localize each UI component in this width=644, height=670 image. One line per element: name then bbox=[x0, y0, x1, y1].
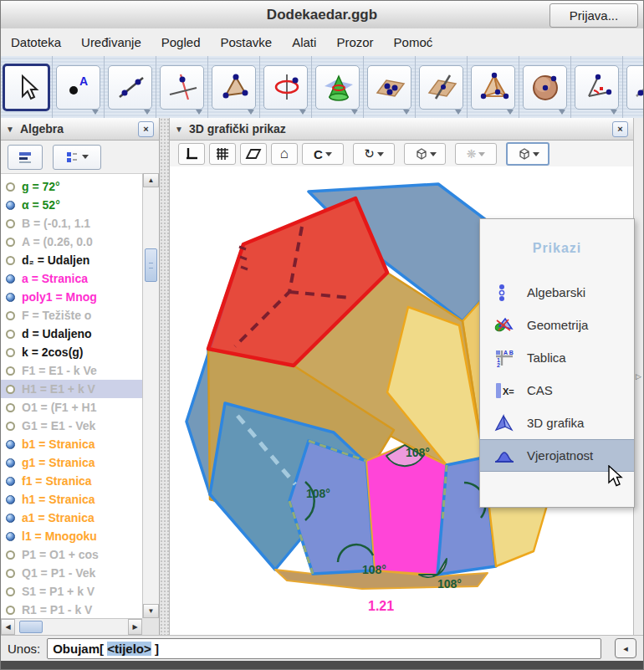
more-tool-button[interactable] bbox=[623, 56, 643, 118]
object-visibility-toggle[interactable] bbox=[6, 550, 15, 560]
title-bar[interactable]: Dodekaedar.ggb − + × bbox=[1, 1, 643, 29]
chevron-down-icon[interactable] bbox=[455, 110, 462, 115]
chevron-down-icon[interactable] bbox=[299, 110, 306, 115]
algebra-row[interactable]: f1 = Stranica bbox=[1, 472, 142, 490]
algebra-row[interactable]: O1 = (F1 + H1 bbox=[1, 398, 142, 417]
algebra-row[interactable]: H1 = E1 + k V bbox=[1, 380, 142, 398]
object-visibility-toggle[interactable] bbox=[6, 201, 15, 210]
intersect-surfaces-tool-button[interactable] bbox=[312, 56, 364, 118]
algebra-row[interactable]: a = Stranica bbox=[1, 269, 142, 288]
menu-item[interactable]: Prozor bbox=[336, 35, 373, 49]
view-menu-item-3d[interactable]: 3D grafika bbox=[480, 407, 634, 439]
sort-objects-dropdown[interactable] bbox=[53, 145, 101, 170]
object-visibility-toggle[interactable] bbox=[6, 569, 15, 578]
clipping-box-dropdown[interactable] bbox=[506, 142, 549, 166]
algebra-row[interactable]: d₂ = Udaljen bbox=[1, 251, 142, 269]
scroll-right-icon[interactable]: ▶ bbox=[128, 619, 142, 635]
algebra-row[interactable]: b1 = Stranica bbox=[1, 435, 142, 453]
algebra-row[interactable]: g = 72° bbox=[1, 177, 142, 196]
view-direction-dropdown[interactable] bbox=[404, 143, 446, 165]
object-visibility-toggle[interactable] bbox=[6, 514, 15, 523]
close-panel-icon[interactable]: × bbox=[138, 121, 154, 137]
show-plane-button[interactable] bbox=[240, 143, 267, 165]
object-visibility-toggle[interactable] bbox=[6, 458, 15, 468]
chevron-down-icon[interactable] bbox=[196, 110, 202, 115]
object-visibility-toggle[interactable] bbox=[6, 422, 15, 431]
object-visibility-toggle[interactable] bbox=[6, 403, 15, 412]
command-input[interactable]: Obujam[ <tijelo> ] bbox=[47, 638, 601, 659]
face-cornflower-left[interactable] bbox=[289, 441, 375, 574]
scroll-left-icon[interactable]: ◀ bbox=[1, 619, 15, 635]
object-visibility-toggle[interactable] bbox=[6, 532, 15, 541]
show-axes-button[interactable] bbox=[178, 143, 205, 165]
object-visibility-toggle[interactable] bbox=[6, 385, 15, 394]
show-grid-button[interactable] bbox=[209, 143, 236, 165]
collapse-arrow-icon[interactable]: ▼ bbox=[175, 125, 183, 134]
view-menu-item-algebra[interactable]: Algebarski bbox=[480, 276, 634, 309]
scroll-down-icon[interactable]: ▼ bbox=[143, 604, 159, 618]
angle-tool-button[interactable] bbox=[571, 56, 623, 118]
scrollbar-thumb[interactable] bbox=[19, 621, 43, 633]
object-visibility-toggle[interactable] bbox=[6, 274, 15, 284]
algebra-row[interactable]: R1 = P1 - k V bbox=[1, 601, 142, 618]
point-tool-button[interactable]: A bbox=[53, 56, 105, 118]
object-visibility-toggle[interactable] bbox=[6, 311, 15, 320]
object-visibility-toggle[interactable] bbox=[6, 219, 15, 228]
menu-item[interactable]: Uređivanje bbox=[81, 35, 141, 49]
algebra-row[interactable]: a1 = Stranica bbox=[1, 509, 142, 527]
collapse-arrow-icon[interactable]: ▼ bbox=[6, 125, 14, 134]
object-visibility-toggle[interactable] bbox=[6, 182, 15, 192]
algebra-row[interactable]: k = 2cos(g) bbox=[1, 343, 142, 361]
menu-item[interactable]: Datoteka bbox=[11, 35, 61, 49]
panel-divider[interactable] bbox=[160, 118, 170, 635]
algebra-row[interactable]: S1 = P1 + k V bbox=[1, 582, 142, 601]
input-history-button[interactable]: ◂ bbox=[615, 638, 636, 658]
algebra-row[interactable]: l1 = Mnogoku bbox=[1, 527, 142, 545]
object-visibility-toggle[interactable] bbox=[6, 440, 15, 449]
chevron-down-icon[interactable] bbox=[248, 110, 254, 115]
chevron-down-icon[interactable] bbox=[351, 110, 358, 115]
close-panel-icon[interactable]: × bbox=[612, 121, 628, 137]
view-menu-item-spreadsheet[interactable]: A B 1 2 Tablica bbox=[480, 341, 634, 374]
object-visibility-toggle[interactable] bbox=[6, 477, 15, 486]
sphere-tool-button[interactable] bbox=[519, 56, 571, 118]
algebra-row[interactable]: G1 = E1 - Vek bbox=[1, 417, 142, 435]
menu-item[interactable]: Pomoć bbox=[394, 35, 433, 49]
plane-through-points-tool-button[interactable] bbox=[364, 56, 416, 118]
home-view-button[interactable]: ⌂ bbox=[271, 143, 298, 165]
object-visibility-toggle[interactable] bbox=[6, 587, 15, 596]
algebra-row[interactable]: h1 = Stranica bbox=[1, 490, 142, 509]
algebra-row[interactable]: d = Udaljeno bbox=[1, 325, 142, 343]
chevron-down-icon[interactable] bbox=[92, 110, 99, 115]
rotate-view-dropdown[interactable]: ↻ bbox=[353, 143, 395, 165]
algebra-row[interactable]: α = 52° bbox=[1, 196, 142, 214]
scrollbar-thumb[interactable] bbox=[145, 248, 157, 282]
algebra-row[interactable]: poly1 = Mnog bbox=[1, 288, 142, 306]
algebra-row[interactable]: F = Težište o bbox=[1, 306, 142, 325]
horizontal-scrollbar[interactable]: ◀ ▶ bbox=[1, 618, 142, 635]
polygon-tool-button[interactable] bbox=[208, 56, 260, 118]
view-menu-item-geometry[interactable]: Geometrija bbox=[480, 309, 634, 341]
object-visibility-toggle[interactable] bbox=[6, 348, 15, 357]
scroll-up-icon[interactable]: ▲ bbox=[143, 173, 159, 187]
object-visibility-toggle[interactable] bbox=[6, 366, 15, 376]
object-visibility-toggle[interactable] bbox=[6, 238, 15, 247]
menu-item[interactable]: Alati bbox=[292, 35, 316, 49]
algebra-row[interactable]: P1 = O1 + cos bbox=[1, 545, 142, 564]
rotate-around-line-tool-button[interactable] bbox=[260, 56, 312, 118]
object-visibility-toggle[interactable] bbox=[6, 293, 15, 302]
intersect-lines-tool-button[interactable] bbox=[156, 56, 208, 118]
move-tool-button[interactable] bbox=[1, 56, 53, 118]
lighting-dropdown[interactable]: ❋ bbox=[455, 143, 497, 165]
line-tool-button[interactable] bbox=[105, 56, 156, 118]
algebra-row[interactable]: F1 = E1 - k Ve bbox=[1, 361, 142, 380]
pyramid-tool-button[interactable] bbox=[468, 56, 519, 118]
object-visibility-toggle[interactable] bbox=[6, 606, 15, 615]
object-visibility-toggle[interactable] bbox=[6, 330, 15, 339]
menu-item[interactable]: Pogled bbox=[161, 35, 201, 49]
algebra-row[interactable]: g1 = Stranica bbox=[1, 453, 142, 472]
sign-in-button[interactable]: Prijava... bbox=[549, 3, 638, 28]
menu-item[interactable]: Postavke bbox=[220, 35, 272, 49]
algebra-row[interactable]: A = (0.26, 0.0 bbox=[1, 233, 142, 251]
object-visibility-toggle[interactable] bbox=[6, 495, 15, 504]
